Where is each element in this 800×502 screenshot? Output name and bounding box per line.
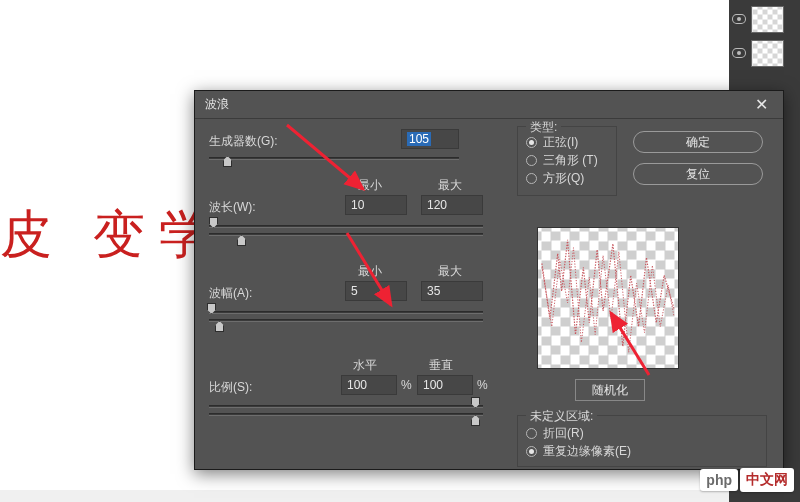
scale-vert-label: 垂直 — [429, 357, 453, 374]
type-group: 类型: 正弦(I) 三角形 (T) 方形(Q) — [517, 126, 617, 196]
percent-sign: % — [401, 378, 412, 392]
amplitude-label: 波幅(A): — [209, 285, 252, 302]
radio-icon — [526, 173, 537, 184]
generators-value: 105 — [407, 132, 431, 146]
percent-sign: % — [477, 378, 488, 392]
dialog-title: 波浪 — [205, 96, 229, 113]
type-legend: 类型: — [526, 119, 561, 136]
dialog-titlebar[interactable]: 波浪 ✕ — [195, 91, 783, 119]
generators-field[interactable]: 105 — [401, 129, 459, 149]
wavelength-label: 波长(W): — [209, 199, 256, 216]
slider-thumb-vert[interactable] — [471, 415, 480, 426]
watermark: php 中文网 — [700, 468, 794, 492]
layer-thumbnail[interactable] — [751, 40, 784, 67]
wave-preview-graphic — [538, 228, 678, 368]
undefined-wrap[interactable]: 折回(R) — [526, 424, 766, 442]
scale-horiz-field[interactable]: 100 — [341, 375, 397, 395]
scale-slider[interactable] — [209, 405, 483, 418]
type-square[interactable]: 方形(Q) — [526, 169, 608, 187]
slider-thumb-max[interactable] — [237, 235, 246, 246]
amplitude-slider[interactable] — [209, 311, 483, 324]
radio-icon — [526, 155, 537, 166]
annotation-arrow-icon — [291, 227, 411, 317]
amplitude-min-label: 最小 — [358, 263, 382, 280]
generators-label: 生成器数(G): — [209, 133, 278, 150]
radio-icon — [526, 446, 537, 457]
wave-dialog: 波浪 ✕ 生成器数(G): 105 最小 最大 波长(W): 10 120 最小… — [194, 90, 784, 470]
visibility-eye-icon[interactable] — [732, 14, 746, 24]
wavelength-max-label: 最大 — [438, 177, 462, 194]
undefined-area-group: 未定义区域: 折回(R) 重复边缘像素(E) — [517, 415, 767, 467]
watermark-right: 中文网 — [740, 468, 794, 492]
wavelength-max-field[interactable]: 120 — [421, 195, 483, 215]
amplitude-max-label: 最大 — [438, 263, 462, 280]
radio-icon — [526, 428, 537, 439]
undefined-area-legend: 未定义区域: — [526, 408, 597, 425]
scale-label: 比例(S): — [209, 379, 252, 396]
slider-thumb[interactable] — [223, 156, 232, 167]
close-button[interactable]: ✕ — [739, 91, 783, 119]
visibility-eye-icon[interactable] — [732, 48, 746, 58]
wavelength-slider[interactable] — [209, 225, 483, 238]
wavelength-min-field[interactable]: 10 — [345, 195, 407, 215]
amplitude-max-field[interactable]: 35 — [421, 281, 483, 301]
radio-icon — [526, 137, 537, 148]
amplitude-min-field[interactable]: 5 — [345, 281, 407, 301]
type-triangle[interactable]: 三角形 (T) — [526, 151, 608, 169]
canvas-red-text: 皮 变学 — [0, 200, 225, 270]
randomize-button[interactable]: 随机化 — [575, 379, 645, 401]
reset-button[interactable]: 复位 — [633, 163, 763, 185]
scale-vert-field[interactable]: 100 — [417, 375, 473, 395]
ok-button[interactable]: 确定 — [633, 131, 763, 153]
wave-preview — [537, 227, 679, 369]
scale-horiz-label: 水平 — [353, 357, 377, 374]
layer-thumbnail[interactable] — [751, 6, 784, 33]
generators-slider[interactable] — [209, 157, 459, 160]
wavelength-min-label: 最小 — [358, 177, 382, 194]
undefined-repeat-edge[interactable]: 重复边缘像素(E) — [526, 442, 766, 460]
watermark-left: php — [700, 469, 738, 491]
slider-thumb-max[interactable] — [215, 321, 224, 332]
